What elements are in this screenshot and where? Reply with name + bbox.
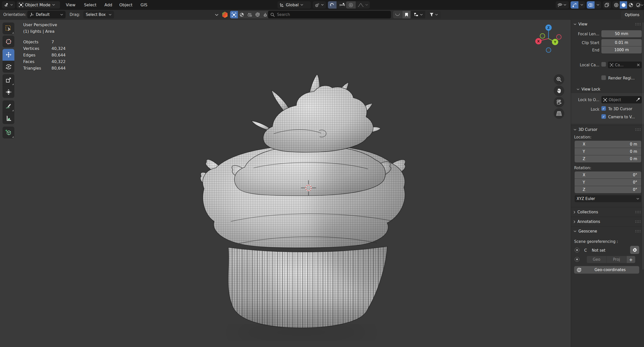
cursor-rotation-x[interactable]: X0°: [575, 171, 641, 179]
pivot-point-dropdown[interactable]: [313, 1, 326, 9]
clip-end-field[interactable]: 1000 m: [601, 46, 642, 53]
navigation-gizmo[interactable]: Z X Y: [533, 23, 564, 54]
filter-fluid-toggle[interactable]: [246, 11, 254, 18]
clip-start-label: Clip Start: [571, 41, 599, 45]
camera-icon: [556, 99, 562, 105]
panel-grip-icon[interactable]: [635, 128, 641, 131]
menu-object[interactable]: Object: [116, 0, 136, 10]
panel-header-geoscene[interactable]: Geoscene: [574, 229, 597, 234]
lock-3d-cursor-checkbox[interactable]: ✓: [601, 106, 606, 111]
zoom-button[interactable]: [554, 74, 564, 85]
geo-button[interactable]: Geo: [587, 256, 606, 263]
arc-filter-button[interactable]: [393, 11, 402, 18]
tool-rotate[interactable]: [3, 61, 14, 73]
add-crs-button[interactable]: +: [627, 256, 635, 263]
tool-select-box[interactable]: [3, 22, 14, 34]
show-overlays-toggle[interactable]: [587, 1, 595, 9]
cursor-location-z[interactable]: Z0 m: [575, 155, 641, 162]
camera-to-view-checkbox[interactable]: ✓: [601, 114, 606, 119]
drag-mode-dropdown[interactable]: Select Box: [83, 11, 114, 18]
cursor-rotation-y[interactable]: Y0°: [575, 179, 641, 186]
tool-3d-cursor[interactable]: [3, 36, 14, 47]
xray-toggle[interactable]: [603, 1, 611, 9]
tool-scale[interactable]: [3, 74, 14, 86]
tool-add-cube[interactable]: [3, 127, 14, 138]
panel-header-annotations[interactable]: Annotations: [574, 219, 600, 224]
camera-view-button[interactable]: [554, 97, 564, 107]
mode-dropdown[interactable]: Object Mode: [17, 1, 60, 9]
local-camera-checkbox[interactable]: [601, 62, 606, 67]
show-gizmo-toggle[interactable]: [571, 1, 578, 9]
search-box[interactable]: [268, 11, 391, 18]
filter-world-toggle[interactable]: [254, 11, 261, 18]
panel-grip-icon[interactable]: [635, 220, 641, 223]
focal-length-field[interactable]: 50 mm: [601, 30, 642, 37]
proj-button[interactable]: Proj: [607, 256, 626, 263]
options-button[interactable]: Options: [621, 11, 643, 19]
gizmo-axis-x-neg[interactable]: [556, 34, 562, 40]
sidebar-scrollbar[interactable]: [642, 22, 643, 270]
tool-annotate[interactable]: [3, 100, 14, 112]
shading-wireframe-button[interactable]: [612, 1, 620, 9]
viewport-3d[interactable]: User Perspective (1) lights | Area Objec…: [0, 19, 571, 347]
editor-type-button[interactable]: [2, 1, 15, 9]
panel-header-3d-cursor[interactable]: 3D Cursor: [574, 127, 597, 132]
panel-collapse-chevron-icon[interactable]: [215, 14, 218, 16]
filter-material-toggle[interactable]: [238, 11, 246, 18]
local-camera-field[interactable]: Ca...: [608, 62, 642, 68]
cursor-rotation-z[interactable]: Z0°: [575, 186, 641, 193]
render-region-checkbox[interactable]: [601, 75, 606, 80]
lock-to-object-field[interactable]: Object: [601, 96, 642, 103]
rotation-order-dropdown[interactable]: XYZ Euler: [575, 195, 641, 202]
pan-button[interactable]: [554, 85, 564, 96]
tool-transform[interactable]: [3, 86, 14, 98]
default-orientation-dropdown[interactable]: Default: [27, 11, 66, 18]
panel-header-view[interactable]: View: [574, 22, 587, 26]
display-mode-dropdown[interactable]: [411, 11, 425, 18]
panel-header-collections[interactable]: Collections: [574, 210, 598, 214]
cursor-location-y[interactable]: Y0 m: [575, 148, 641, 155]
gizmo-axis-x[interactable]: X: [535, 38, 542, 44]
overlays-dropdown[interactable]: [595, 1, 601, 9]
menu-view[interactable]: View: [62, 0, 79, 10]
menu-add[interactable]: Add: [101, 0, 116, 10]
cursor-location-x[interactable]: X0 m: [575, 141, 641, 148]
panel-grip-icon[interactable]: [635, 230, 641, 233]
gizmo-axis-z-neg[interactable]: [546, 47, 551, 53]
gizmo-axis-z[interactable]: Z: [545, 24, 552, 31]
bookmark-button[interactable]: [402, 11, 410, 18]
panel-grip-icon[interactable]: [635, 23, 641, 25]
shading-material-button[interactable]: [627, 1, 634, 9]
geo-radio[interactable]: [575, 257, 579, 262]
overlays-icon: [588, 3, 593, 7]
search-input[interactable]: [277, 12, 383, 17]
chevron-down-icon: [10, 4, 13, 6]
gizmo-axis-y-neg[interactable]: [540, 33, 545, 39]
crs-radio[interactable]: [575, 248, 579, 252]
tool-move[interactable]: [3, 49, 14, 61]
proportional-edit-toggle[interactable]: [346, 1, 356, 9]
clear-x-icon[interactable]: [637, 64, 640, 66]
gizmo-dropdown[interactable]: [578, 1, 585, 9]
snap-toggle[interactable]: [328, 1, 337, 9]
panel-grip-icon[interactable]: [635, 211, 641, 213]
visibility-dropdown[interactable]: [556, 1, 569, 9]
filter-object-toggle[interactable]: [230, 11, 238, 18]
shading-solid-button[interactable]: [620, 1, 627, 9]
basemap-hexagon-icon[interactable]: [221, 11, 228, 18]
tool-measure[interactable]: [3, 112, 14, 124]
eyedropper-icon[interactable]: [636, 98, 640, 102]
crs-settings-button[interactable]: [630, 246, 639, 254]
shading-more-chevron-icon[interactable]: [641, 4, 643, 6]
menu-select[interactable]: Select: [80, 0, 100, 10]
gizmo-axis-y[interactable]: Y: [552, 39, 558, 45]
filter-dropdown[interactable]: [426, 11, 441, 18]
proportional-falloff-dropdown[interactable]: [356, 1, 370, 9]
transform-orientation-dropdown[interactable]: Global: [277, 1, 311, 9]
panel-header-view-lock[interactable]: View Lock: [577, 87, 600, 92]
geo-coordinates-button[interactable]: Geo-coordinates: [574, 266, 639, 274]
menu-gis[interactable]: GIS: [137, 0, 151, 10]
clip-start-field[interactable]: 0.01 m: [601, 39, 642, 46]
perspective-toggle-button[interactable]: [554, 108, 564, 119]
search-icon: [270, 13, 275, 17]
